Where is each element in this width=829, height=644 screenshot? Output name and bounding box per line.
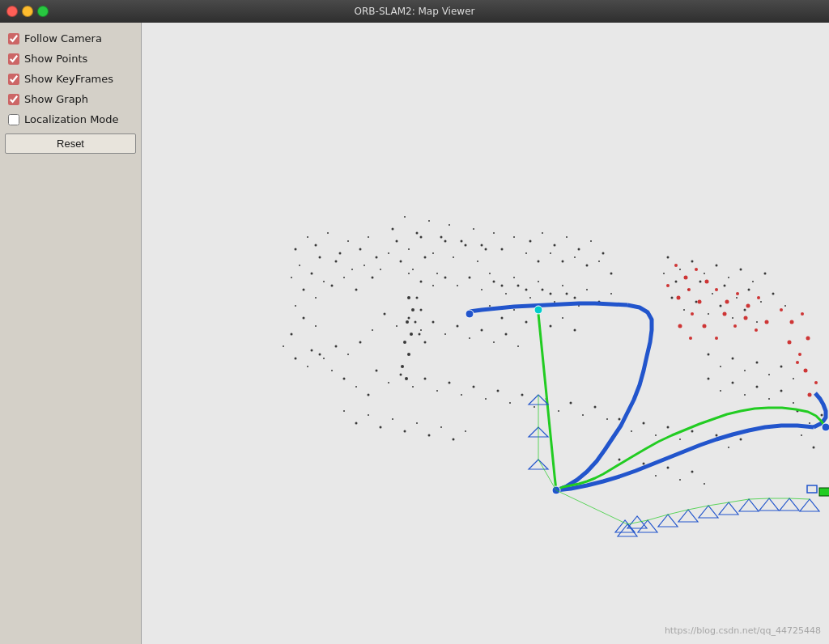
svg-point-46 <box>388 252 389 254</box>
svg-point-122 <box>772 293 775 295</box>
svg-point-135 <box>655 434 657 436</box>
svg-point-61 <box>562 261 564 263</box>
svg-point-181 <box>419 333 421 336</box>
svg-point-221 <box>708 354 710 356</box>
svg-point-241 <box>813 447 815 449</box>
show-points-row[interactable]: Show Points <box>5 49 136 68</box>
svg-point-11 <box>335 261 338 263</box>
show-points-checkbox[interactable] <box>8 53 19 65</box>
svg-point-126 <box>695 301 698 303</box>
svg-point-172 <box>406 320 409 324</box>
svg-point-259 <box>765 320 769 324</box>
svg-point-263 <box>788 341 792 345</box>
svg-point-2 <box>307 236 308 238</box>
svg-point-1 <box>295 248 297 251</box>
svg-point-110 <box>740 269 742 271</box>
svg-point-26 <box>404 216 406 218</box>
svg-point-117 <box>712 293 713 294</box>
svg-point-127 <box>708 313 709 315</box>
svg-point-87 <box>412 386 414 388</box>
svg-point-28 <box>428 220 430 222</box>
svg-point-170 <box>407 296 410 299</box>
svg-point-37 <box>396 240 398 243</box>
svg-point-39 <box>420 236 423 239</box>
svg-point-64 <box>598 261 600 262</box>
follow-camera-row[interactable]: Follow Camera <box>5 29 136 48</box>
svg-point-233 <box>756 386 759 388</box>
reset-button[interactable]: Reset <box>5 133 136 154</box>
svg-point-208 <box>416 422 418 424</box>
svg-point-22 <box>363 265 365 266</box>
localization-mode-row[interactable]: Localization Mode <box>5 110 136 129</box>
svg-point-230 <box>720 390 721 392</box>
svg-point-19 <box>331 285 334 287</box>
svg-point-69 <box>420 329 422 331</box>
svg-point-190 <box>574 297 576 299</box>
svg-point-85 <box>388 382 389 383</box>
svg-point-264 <box>798 353 801 356</box>
svg-point-202 <box>343 410 345 412</box>
svg-point-27 <box>416 232 419 235</box>
svg-point-236 <box>793 402 794 404</box>
svg-point-245 <box>705 280 709 284</box>
svg-point-94 <box>497 390 500 392</box>
svg-point-234 <box>768 398 770 400</box>
show-keyframes-row[interactable]: Show KeyFrames <box>5 70 136 88</box>
svg-point-148 <box>295 358 297 360</box>
svg-point-229 <box>708 378 710 380</box>
svg-point-140 <box>716 434 718 437</box>
svg-point-167 <box>554 301 555 303</box>
svg-point-201 <box>574 329 576 332</box>
svg-point-12 <box>351 269 353 270</box>
svg-point-132 <box>619 418 621 421</box>
show-graph-checkbox[interactable] <box>8 94 19 105</box>
svg-point-271 <box>703 324 707 328</box>
show-keyframes-checkbox[interactable] <box>8 74 19 85</box>
svg-point-238 <box>809 422 810 424</box>
svg-point-240 <box>801 434 802 436</box>
svg-point-232 <box>744 394 746 396</box>
svg-point-242 <box>674 264 678 267</box>
svg-point-207 <box>404 430 406 433</box>
svg-point-5 <box>315 244 317 247</box>
svg-point-226 <box>768 374 770 375</box>
svg-point-250 <box>715 288 718 291</box>
svg-point-180 <box>414 321 417 324</box>
svg-point-164 <box>517 285 520 287</box>
svg-point-188 <box>550 293 552 295</box>
svg-point-106 <box>691 261 694 263</box>
svg-point-54 <box>566 236 568 238</box>
svg-point-175 <box>407 353 410 356</box>
svg-point-274 <box>689 337 692 340</box>
svg-point-133 <box>631 430 632 432</box>
svg-point-134 <box>643 422 645 425</box>
svg-point-273 <box>678 324 682 328</box>
svg-point-21 <box>355 289 358 291</box>
svg-point-249 <box>698 300 702 304</box>
svg-point-60 <box>550 252 551 254</box>
svg-point-223 <box>732 358 734 360</box>
svg-point-194 <box>489 305 491 307</box>
svg-point-224 <box>744 370 746 371</box>
svg-point-161 <box>481 289 483 290</box>
svg-point-260 <box>780 308 783 311</box>
follow-camera-checkbox[interactable] <box>8 33 19 44</box>
svg-point-187 <box>538 281 539 282</box>
localization-mode-checkbox[interactable] <box>8 114 19 125</box>
svg-point-155 <box>408 273 410 274</box>
svg-point-227 <box>780 366 783 368</box>
svg-point-125 <box>683 309 685 311</box>
svg-point-218 <box>679 479 681 481</box>
svg-point-142 <box>740 439 742 441</box>
svg-point-111 <box>752 281 754 282</box>
svg-point-153 <box>355 386 357 388</box>
show-graph-row[interactable]: Show Graph <box>5 90 136 108</box>
svg-point-165 <box>529 297 531 299</box>
svg-point-62 <box>574 256 576 258</box>
svg-point-75 <box>493 341 495 343</box>
svg-point-84 <box>376 370 378 372</box>
svg-point-51 <box>529 240 532 243</box>
svg-point-141 <box>728 447 729 448</box>
svg-point-29 <box>440 236 443 239</box>
main-content: Follow Camera Show Points Show KeyFrames… <box>0 23 829 644</box>
